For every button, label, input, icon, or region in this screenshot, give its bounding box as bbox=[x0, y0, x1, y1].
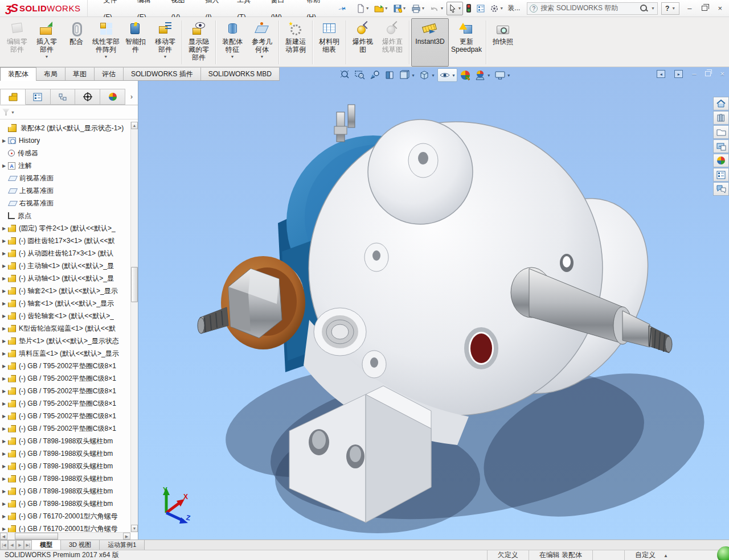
expand-arrow-icon[interactable]: ▶ bbox=[0, 364, 8, 369]
caret-icon[interactable]: ▼ bbox=[507, 73, 511, 77]
scroll-thumb[interactable] bbox=[15, 533, 58, 540]
expand-arrow-icon[interactable]: ▶ bbox=[0, 339, 8, 344]
command-manager-tab[interactable]: SOLIDWORKS MBD bbox=[201, 67, 280, 80]
ribbon-button[interactable]: 材料明 细表 bbox=[314, 18, 344, 67]
tree-horizontal-scrollbar[interactable]: ◀ ▶ bbox=[0, 532, 130, 540]
edit-appearance-icon[interactable] bbox=[458, 68, 472, 82]
apply-scene-icon[interactable]: ▼ bbox=[473, 68, 492, 82]
fm-tabs-overflow-icon[interactable]: › bbox=[125, 89, 138, 105]
command-manager-tab[interactable]: 评估 bbox=[95, 67, 124, 80]
command-manager-tab[interactable]: 布局 bbox=[36, 67, 65, 80]
expand-arrow-icon[interactable]: ▶ bbox=[0, 489, 8, 494]
ribbon-button[interactable]: 爆炸直 线草图 bbox=[378, 18, 407, 67]
scroll-right-icon[interactable]: ▶ bbox=[123, 533, 130, 540]
tree-item[interactable]: ▶ (-) GB / T95-2002平垫圈C级8×1 bbox=[0, 385, 130, 397]
tree-item[interactable]: ▶ 垫片<1> (默认<<默认>_显示状态 bbox=[0, 335, 130, 347]
display-settings-button[interactable] bbox=[474, 2, 487, 15]
expand-arrow-icon[interactable]: ▶ bbox=[0, 163, 8, 168]
file-explorer-icon[interactable] bbox=[713, 125, 729, 139]
tree-item[interactable]: 传感器 bbox=[0, 147, 130, 159]
tree-item[interactable]: ▶ (-) GB / T898-1988双头螺柱bm bbox=[0, 485, 130, 497]
tree-item[interactable]: ▶ (-) GB / T95-2002平垫圈C级8×1 bbox=[0, 422, 130, 435]
expand-arrow-icon[interactable]: ▶ bbox=[0, 276, 8, 281]
expand-arrow-icon[interactable]: ▶ bbox=[0, 138, 8, 143]
expand-arrow-icon[interactable]: ▶ bbox=[0, 251, 8, 256]
tree-vertical-scrollbar[interactable]: ▲ ▼ bbox=[130, 122, 138, 532]
ribbon-button[interactable]: Instant3D bbox=[411, 18, 449, 67]
tree-item[interactable]: ▶ (-) 从动轴<1> (默认<<默认>_显 bbox=[0, 272, 130, 285]
view-settings-icon[interactable]: ▼ bbox=[493, 68, 512, 82]
view-orientation-icon[interactable]: ▼ bbox=[398, 68, 416, 82]
pin-icon[interactable]: 📌︎ bbox=[336, 2, 348, 14]
ribbon-button[interactable]: 智能扣 件 bbox=[121, 18, 150, 67]
tree-item[interactable]: ▶ (-) 主动轴<1> (默认<<默认>_显 bbox=[0, 260, 130, 272]
scroll-left-icon[interactable]: ◀ bbox=[0, 533, 7, 540]
save-button[interactable]: ▼ bbox=[391, 2, 408, 15]
tree-item[interactable]: ▶ 注解 bbox=[0, 159, 130, 172]
tree-filter-bar[interactable]: ▼ bbox=[0, 105, 138, 120]
study-tab[interactable]: 3D 视图 bbox=[61, 540, 100, 550]
options-button[interactable]: ▼ bbox=[488, 2, 505, 15]
help-button[interactable]: ?▼ bbox=[661, 2, 679, 15]
expand-arrow-icon[interactable]: ▶ bbox=[0, 514, 8, 519]
ribbon-button[interactable]: 显示隐 藏的零 部件 bbox=[184, 18, 214, 67]
tree-item[interactable]: ▶ (-) GB / T95-2002平垫圈C级8×1 bbox=[0, 397, 130, 410]
ribbon-button[interactable]: 移动零 部件 ▼ bbox=[150, 18, 180, 67]
help-search-box[interactable]: ? 搜索 SOLIDWORKS 帮助 ▼ bbox=[527, 2, 658, 15]
tree-item[interactable]: ▶ (-) GB / T95-2002平垫圈C级8×1 bbox=[0, 372, 130, 385]
expand-arrow-icon[interactable]: ▶ bbox=[0, 451, 8, 456]
expand-arrow-icon[interactable]: ▶ bbox=[0, 401, 8, 406]
expand-arrow-icon[interactable]: ▶ bbox=[0, 526, 8, 532]
tree-item[interactable]: ▶ (-) 轴套2<1> (默认<<默认>_显示 bbox=[0, 285, 130, 297]
tree-item[interactable]: ▶ (-) GB / T6170-20001型六角螺母 bbox=[0, 522, 130, 532]
collapse-right-icon[interactable]: ▸ bbox=[674, 70, 683, 78]
doc-minimize-button[interactable]: – bbox=[692, 69, 696, 78]
caret-icon[interactable]: ▼ bbox=[452, 73, 456, 77]
expand-arrow-icon[interactable]: ▶ bbox=[0, 501, 8, 507]
tree-item[interactable]: ▶ (固定) 零件2<1> (默认<<默认>_ bbox=[0, 222, 130, 234]
select-button[interactable]: ▼ bbox=[447, 2, 463, 15]
tree-item[interactable]: ▶ K型齿轮油泵端盖<1> (默认<<默 bbox=[0, 322, 130, 335]
resources-home-icon[interactable] bbox=[713, 97, 729, 110]
collapse-left-icon[interactable]: ◂ bbox=[657, 70, 665, 78]
study-tab[interactable]: 模型 bbox=[32, 540, 61, 550]
tree-item[interactable]: ▶ 填料压盖<1> (默认<<默认>_显示 bbox=[0, 347, 130, 360]
ribbon-button[interactable]: 更新 Speedpak bbox=[449, 18, 484, 67]
command-manager-tab[interactable]: 草图 bbox=[65, 67, 95, 80]
tree-item[interactable]: 右视基准面 bbox=[0, 197, 130, 209]
hide-show-items-icon[interactable]: ▼ bbox=[437, 68, 457, 82]
scroll-up-icon[interactable]: ▲ bbox=[131, 122, 138, 129]
tree-item[interactable]: ▶ (-) GB / T898-1988双头螺柱bm bbox=[0, 472, 130, 485]
document-title-truncated[interactable]: 装... bbox=[507, 3, 520, 13]
last-tab-icon[interactable]: ▶| bbox=[24, 540, 32, 550]
ribbon-button[interactable]: 装配体 特征 ▼ bbox=[218, 18, 247, 67]
doc-restore-button[interactable] bbox=[705, 71, 711, 76]
tab-feature-manager-icon[interactable] bbox=[0, 89, 26, 105]
tree-item[interactable]: ▶ (-) GB / T898-1988双头螺柱bm bbox=[0, 460, 130, 472]
design-library-icon[interactable] bbox=[713, 111, 729, 125]
expand-arrow-icon[interactable]: ▶ bbox=[0, 301, 8, 306]
command-manager-tab[interactable]: SOLIDWORKS 插件 bbox=[124, 67, 201, 80]
custom-properties-icon[interactable] bbox=[713, 168, 729, 182]
first-tab-icon[interactable]: |◀ bbox=[0, 540, 8, 550]
ribbon-button[interactable]: 编辑零 部件 bbox=[2, 18, 32, 67]
ribbon-button[interactable]: 配合 bbox=[62, 18, 91, 67]
section-view-icon[interactable] bbox=[383, 68, 396, 82]
tree-item[interactable]: ▶ (-) GB / T95-2002平垫圈C级8×1 bbox=[0, 410, 130, 422]
forum-icon[interactable] bbox=[713, 182, 729, 196]
study-tab[interactable]: 运动算例1 bbox=[100, 540, 145, 550]
tree-item[interactable]: ▶ (-) GB / T898-1988双头螺柱bm bbox=[0, 435, 130, 447]
minimize-button[interactable]: – bbox=[687, 4, 691, 13]
expand-arrow-icon[interactable]: ▶ bbox=[0, 289, 8, 294]
tree-item[interactable]: ▶ History bbox=[0, 134, 130, 147]
expand-arrow-icon[interactable]: ▶ bbox=[0, 226, 8, 231]
tab-property-manager-icon[interactable] bbox=[26, 89, 51, 105]
tree-item[interactable]: ▶ (-) 齿轮轴套<1> (默认<<默认>_ bbox=[0, 310, 130, 322]
tab-dimxpert-icon[interactable] bbox=[75, 89, 100, 105]
expand-arrow-icon[interactable]: ▶ bbox=[0, 238, 8, 244]
zoom-fit-icon[interactable] bbox=[338, 68, 352, 82]
search-icon[interactable] bbox=[640, 5, 648, 12]
ribbon-button[interactable]: 新建运 动算例 bbox=[281, 18, 310, 67]
caret-icon[interactable]: ▼ bbox=[411, 73, 415, 77]
expand-arrow-icon[interactable]: ▶ bbox=[0, 439, 8, 444]
